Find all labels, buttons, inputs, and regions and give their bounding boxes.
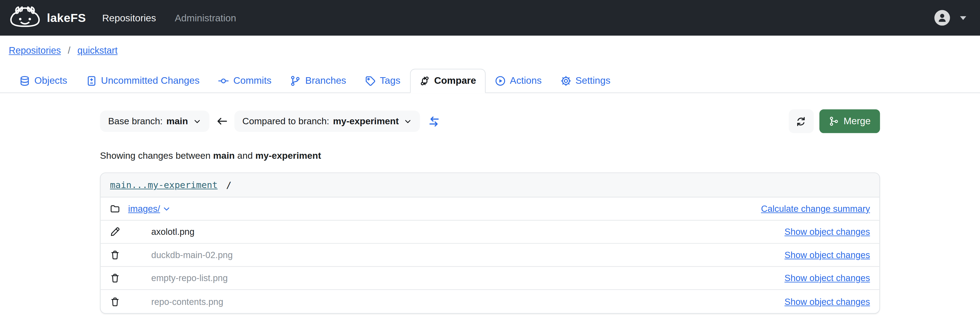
table-row: axolotl.png Show object changes <box>101 221 880 244</box>
play-circle-icon <box>495 75 506 86</box>
axolotl-logo-icon <box>9 5 41 30</box>
object-name: empty-repo-list.png <box>151 273 228 283</box>
show-object-changes-link[interactable]: Show object changes <box>784 227 870 237</box>
commit-icon <box>218 75 229 86</box>
base-branch-value: main <box>166 116 188 127</box>
compared-branch-label: Compared to branch: <box>242 116 329 127</box>
calculate-change-summary-link[interactable]: Calculate change summary <box>761 204 870 214</box>
show-object-changes-link[interactable]: Show object changes <box>784 273 870 283</box>
tab-compare[interactable]: Compare <box>410 69 485 93</box>
refs-link[interactable]: main...my-experiment <box>110 180 218 190</box>
tab-commits[interactable]: Commits <box>209 69 281 93</box>
avatar[interactable] <box>934 10 950 26</box>
page: lakeFS Repositories Administration Repos… <box>0 0 980 335</box>
database-icon <box>19 75 30 86</box>
tab-settings[interactable]: Settings <box>551 69 620 93</box>
chevron-down-icon <box>193 117 201 125</box>
pencil-icon <box>110 227 121 237</box>
person-icon <box>937 13 947 23</box>
summary-base-branch: main <box>213 151 235 161</box>
show-object-changes-link[interactable]: Show object changes <box>784 297 870 306</box>
table-row: duckdb-main-02.png Show object changes <box>101 244 880 267</box>
compare-icon <box>419 75 430 86</box>
object-name: duckdb-main-02.png <box>151 250 233 260</box>
chevron-down-icon[interactable] <box>162 205 171 213</box>
tab-uncommitted-changes[interactable]: Uncommitted Changes <box>76 69 209 93</box>
nav-item-repositories[interactable]: Repositories <box>102 12 156 24</box>
breadcrumb: Repositories / quickstart <box>9 45 971 56</box>
navbar-links: Repositories Administration <box>102 12 236 24</box>
top-navbar: lakeFS Repositories Administration <box>0 0 980 36</box>
directory-row: images/ Calculate change summary <box>101 197 880 220</box>
chevron-down-icon <box>404 117 412 125</box>
caret-down-icon[interactable] <box>960 16 966 23</box>
switch-directions-icon[interactable] <box>428 115 440 127</box>
object-name: repo-contents.png <box>151 297 223 306</box>
trash-icon <box>110 297 121 306</box>
refresh-button[interactable] <box>789 110 814 133</box>
merge-button-label: Merge <box>843 116 870 127</box>
trash-icon <box>110 273 121 283</box>
breadcrumb-quickstart[interactable]: quickstart <box>78 45 118 56</box>
changes-card: main...my-experiment / images/ Calculate… <box>100 172 880 314</box>
tab-objects[interactable]: Objects <box>10 69 76 93</box>
repository-tabs: Objects Uncommitted Changes Commits Bran… <box>0 69 980 93</box>
git-merge-icon <box>829 116 839 127</box>
navbar-user-menu[interactable] <box>934 10 971 26</box>
base-branch-label: Base branch: <box>108 116 162 127</box>
summary-compared-branch: my-experiment <box>255 151 321 161</box>
compared-branch-dropdown[interactable]: Compared to branch: my-experiment <box>234 111 420 132</box>
path-suffix: / <box>226 180 232 190</box>
changes-summary-text: Showing changes between main and my-expe… <box>100 151 880 161</box>
file-diff-icon <box>86 75 97 86</box>
breadcrumb-repositories[interactable]: Repositories <box>9 45 61 56</box>
arrow-left-icon <box>216 116 227 127</box>
merge-button[interactable]: Merge <box>819 110 880 133</box>
tab-content: Base branch: main Compared to branch: my… <box>100 110 880 314</box>
compare-controls: Base branch: main Compared to branch: my… <box>100 110 880 133</box>
compared-branch-value: my-experiment <box>333 116 399 127</box>
brand-name: lakeFS <box>47 11 86 25</box>
table-row: repo-contents.png Show object changes <box>101 290 880 313</box>
refresh-icon <box>796 116 807 127</box>
table-row: empty-repo-list.png Show object changes <box>101 267 880 290</box>
file-rows: axolotl.png Show object changes duckdb-m… <box>101 221 880 313</box>
base-branch-dropdown[interactable]: Base branch: main <box>100 111 209 132</box>
summary-conjunction: and <box>237 151 253 161</box>
tab-branches[interactable]: Branches <box>281 69 356 93</box>
tag-icon <box>365 75 375 86</box>
lakefs-brand[interactable]: lakeFS <box>9 5 86 30</box>
directory-link[interactable]: images/ <box>128 204 160 214</box>
changes-card-header: main...my-experiment / <box>101 173 880 197</box>
gear-icon <box>560 75 571 86</box>
tab-tags[interactable]: Tags <box>356 69 410 93</box>
tab-actions[interactable]: Actions <box>485 69 551 93</box>
object-name: axolotl.png <box>151 227 195 237</box>
breadcrumb-separator: / <box>68 45 71 56</box>
show-object-changes-link[interactable]: Show object changes <box>784 250 870 260</box>
summary-prefix: Showing changes between <box>100 151 210 161</box>
branch-icon <box>290 75 301 86</box>
nav-item-administration[interactable]: Administration <box>175 12 236 24</box>
folder-icon <box>110 204 121 214</box>
trash-icon <box>110 250 121 260</box>
